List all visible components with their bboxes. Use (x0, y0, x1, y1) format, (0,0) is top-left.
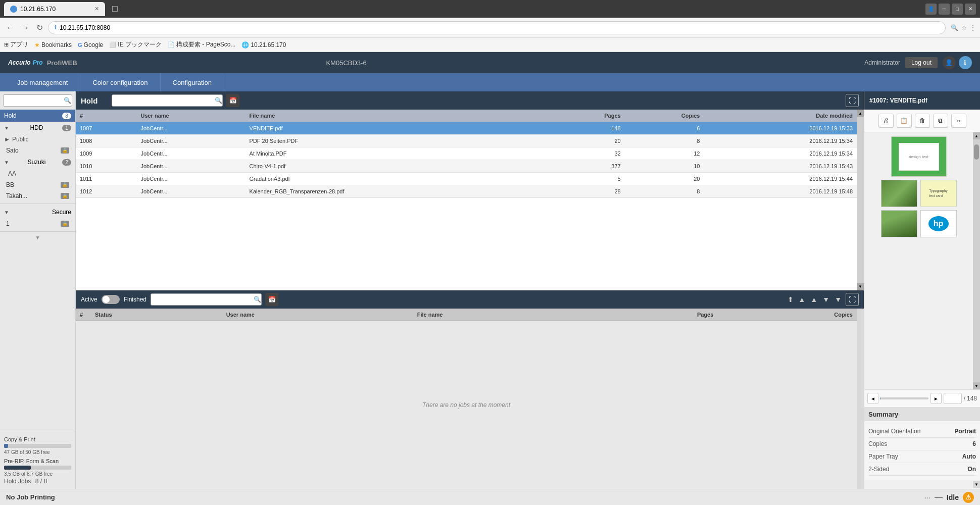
hold-table-scrollbar[interactable]: ▲ ▼ (857, 110, 864, 290)
page-prev-btn[interactable]: ◄ (867, 393, 878, 404)
search-icon[interactable]: 🔍 (951, 24, 958, 31)
job-copies: 10 (625, 160, 704, 173)
preview-print-btn[interactable]: 🖨 (878, 114, 894, 128)
job-date: 2016.12.19 15:43 (704, 160, 857, 173)
sidebar-item-bb[interactable]: BB 🔒 (0, 179, 75, 190)
sidebar-item-secure-1[interactable]: 1 🔒 (0, 218, 75, 229)
table-row[interactable]: 1011 JobCentr... GradationA3.pdf 5 20 20… (76, 173, 857, 185)
active-toggle[interactable] (102, 295, 120, 304)
page-slider[interactable] (880, 397, 928, 399)
reload-button[interactable]: ↻ (34, 21, 45, 34)
browser-chrome: 10.21.65.170 ✕ □ 👤 ─ □ ✕ (0, 0, 980, 18)
active-upload-btn[interactable]: ⬆ (787, 294, 795, 305)
forward-button[interactable]: → (19, 21, 31, 34)
page-next-btn[interactable]: ► (930, 393, 942, 404)
bm-apps[interactable]: ⊞ アプリ (4, 40, 28, 49)
person-icon[interactable]: 👤 (925, 4, 937, 15)
preview-copy-btn[interactable]: 📋 (897, 114, 912, 128)
status-warning-icon: ⚠ (963, 492, 974, 503)
table-row[interactable]: 1012 JobCentr... Kalender_RGB_Transparen… (76, 185, 857, 198)
thumb-3a[interactable] (881, 210, 917, 237)
person-header-icon[interactable]: 👤 (943, 56, 956, 69)
job-file: PDF 20 Seiten.PDF (246, 135, 552, 147)
sidebar-suzuki-badge: 2 (62, 159, 71, 166)
hold-scroll-up[interactable]: ▲ (857, 110, 864, 117)
preview-scroll-down-btn[interactable]: ▼ (973, 382, 980, 389)
hold-fullscreen-button[interactable]: ⛶ (846, 94, 859, 107)
thumb-nature-fill (881, 180, 917, 207)
active-down2-btn[interactable]: ▼ (834, 294, 843, 305)
sidebar-item-aa[interactable]: AA (0, 168, 75, 179)
job-id: 1009 (76, 147, 136, 160)
thumb-1[interactable]: design text (891, 136, 947, 177)
job-file: Kalender_RGB_Transparenzen-28.pdf (246, 185, 552, 198)
page-input[interactable]: 1 (944, 393, 962, 404)
preview-move-btn[interactable]: ↔ (951, 114, 966, 128)
nav-job-management[interactable]: Job management (5, 73, 80, 91)
table-row[interactable]: 1010 JobCentr... Chiro-V4-1.pdf 377 10 2… (76, 160, 857, 173)
job-id: 1007 (76, 122, 136, 135)
active-fullscreen-btn[interactable]: ⛶ (846, 293, 859, 306)
nav-configuration[interactable]: Configuration (161, 73, 224, 91)
toggle-knob (103, 296, 110, 303)
minimize-btn[interactable]: ─ (939, 4, 950, 15)
table-row[interactable]: 1007 JobCentr... VENDITE.pdf 148 6 2016.… (76, 122, 857, 135)
bm-google[interactable]: G Google (78, 41, 103, 48)
active-calendar-button[interactable]: 📅 (265, 293, 278, 306)
thumb-3b[interactable]: hp (920, 210, 957, 237)
bm-bookmarks[interactable]: ★ Bookmarks (34, 41, 72, 48)
job-id: 1010 (76, 160, 136, 173)
bm-ip[interactable]: 🌐 10.21.65.170 (241, 41, 286, 48)
back-button[interactable]: ← (4, 21, 16, 34)
prerip-fill (4, 466, 31, 470)
preview-scroll-up-btn[interactable]: ▲ (973, 132, 980, 139)
bookmark-star-icon[interactable]: ☆ (961, 24, 967, 31)
summary-scroll-down-btn[interactable]: ▼ (973, 481, 980, 488)
tab-close-btn[interactable]: ✕ (94, 6, 99, 12)
sidebar-item-hdd[interactable]: ▼ HDD 1 (0, 122, 75, 134)
logout-button[interactable]: Log out (905, 57, 938, 68)
table-row[interactable]: 1008 JobCentr... PDF 20 Seiten.PDF 20 8 … (76, 135, 857, 147)
bm-pagescore[interactable]: 📄 構成要素 - PageSco... (168, 40, 235, 49)
window-controls: 👤 ─ □ ✕ (925, 4, 976, 15)
sidebar-scroll-down[interactable]: ▼ (0, 234, 75, 241)
active-up-btn[interactable]: ▲ (798, 294, 807, 305)
sidebar-item-secure[interactable]: ▼ Secure (0, 206, 75, 218)
browser-tab[interactable]: 10.21.65.170 ✕ (4, 2, 105, 16)
job-pages: 377 (552, 160, 625, 173)
job-user: JobCentr... (136, 147, 245, 160)
maximize-btn[interactable]: □ (952, 4, 963, 15)
status-ellipsis-btn[interactable]: ··· (924, 493, 930, 501)
preview-duplicate-btn[interactable]: ⧉ (933, 114, 948, 128)
app-logo: AccurioPro ProfiWEB (8, 59, 77, 67)
sidebar-item-sato[interactable]: Sato 🔒 (0, 145, 75, 156)
hold-scroll-down[interactable]: ▼ (857, 283, 864, 290)
thumb-2b[interactable]: Typographytext card (920, 180, 957, 207)
sidebar-section-public[interactable]: ► Public (0, 134, 75, 145)
active-search-input[interactable] (151, 293, 262, 306)
thumb-2a[interactable] (881, 180, 917, 207)
hold-search-input[interactable] (112, 94, 223, 107)
sidebar-item-takah[interactable]: Takah... 🔒 (0, 190, 75, 201)
active-up2-btn[interactable]: ▲ (809, 294, 818, 305)
bm-ie[interactable]: ⬜ IE ブックマーク (109, 40, 162, 49)
close-btn[interactable]: ✕ (965, 4, 976, 15)
new-tab-button[interactable]: □ (108, 3, 122, 15)
summary-row-label: Copies (868, 440, 887, 447)
preview-delete-btn[interactable]: 🗑 (915, 114, 930, 128)
table-row[interactable]: 1009 JobCentr... At Minolta.PDF 32 12 20… (76, 147, 857, 160)
app-header: AccurioPro ProfiWEB KM05CBD3-6 Administr… (0, 52, 980, 73)
sidebar-item-suzuki[interactable]: ▼ Suzuki 2 (0, 156, 75, 168)
hold-calendar-button[interactable]: 📅 (226, 94, 239, 107)
nav-color-configuration[interactable]: Color configuration (80, 73, 160, 91)
hp-logo: hp (928, 216, 949, 231)
secure-1-lock-icon: 🔒 (61, 221, 69, 227)
sidebar-item-hold[interactable]: Hold 8 (0, 110, 75, 122)
active-down-btn[interactable]: ▼ (821, 294, 830, 305)
job-copies: 20 (625, 173, 704, 185)
suzuki-expand-icon: ▼ (4, 160, 9, 165)
info-header-icon[interactable]: ℹ (959, 56, 972, 69)
address-input[interactable]: ℹ 10.21.65.170:8080 (48, 21, 946, 34)
menu-icon[interactable]: ⋮ (970, 24, 976, 31)
sidebar-search-input[interactable] (3, 94, 72, 107)
